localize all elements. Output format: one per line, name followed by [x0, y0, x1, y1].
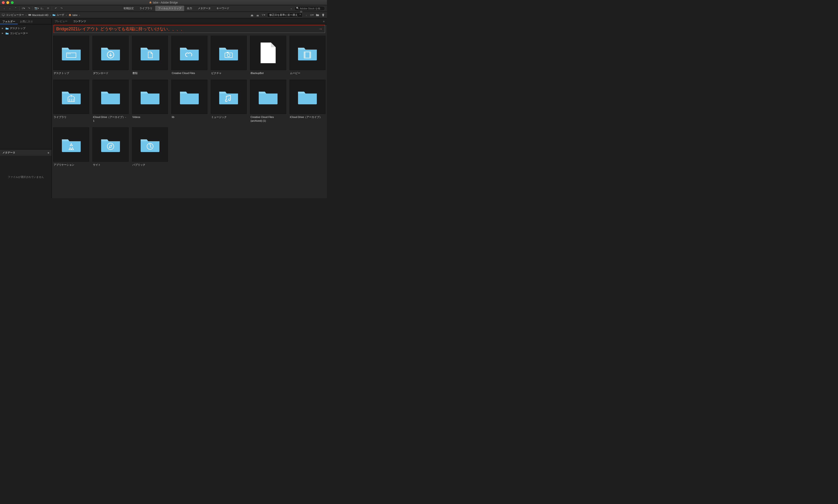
- panel-menu-icon[interactable]: ≡: [48, 151, 49, 154]
- grid-item[interactable]: Videos: [132, 80, 168, 123]
- grid-item[interactable]: lib: [171, 80, 207, 123]
- filter-rating2-button[interactable]: [256, 13, 260, 17]
- workspace-tabs: 初期設定ライブラリフィルムストリップ出力メタデータキーワード: [66, 6, 287, 11]
- sort-dropdown[interactable]: 修正日を基準に並べ替え: [267, 13, 303, 17]
- item-label: iBackupBot: [250, 70, 286, 75]
- svg-rect-2: [28, 14, 31, 16]
- nav-back-button[interactable]: ‹: [2, 6, 6, 11]
- grid-item[interactable]: Creative Cloud Files: [171, 36, 207, 75]
- nav-up-button[interactable]: ⌃: [13, 6, 18, 11]
- grid-item[interactable]: ミュージック: [211, 80, 247, 123]
- content-tab-1[interactable]: コンテンツ: [70, 18, 89, 24]
- sidebar: フォルダーお気に入り ▶デスクトップ▶コンピューター メタデータ ≡ ファイルが…: [0, 18, 52, 198]
- svg-point-4: [311, 15, 312, 15]
- folder-icon: [5, 32, 9, 35]
- workspace-tab-3[interactable]: 出力: [184, 6, 195, 11]
- new-folder-button[interactable]: [315, 13, 320, 17]
- close-window-button[interactable]: [2, 1, 5, 4]
- refresh-button[interactable]: ⟳: [46, 6, 50, 11]
- thumbnail: [53, 80, 89, 114]
- rotate-cw-button[interactable]: ↷: [59, 6, 64, 11]
- content-tabs: プレビューコンテンツ≡: [52, 18, 327, 24]
- disclosure-triangle-icon[interactable]: ▶: [2, 27, 4, 29]
- folder-tree: ▶デスクトップ▶コンピューター: [0, 24, 52, 149]
- workspace-tab-4[interactable]: メタデータ: [195, 6, 213, 11]
- home-icon: [149, 1, 152, 4]
- grid-item[interactable]: Creative Cloud Files (archived) (1): [250, 80, 286, 123]
- grid-item[interactable]: アプリケーション: [53, 127, 89, 167]
- metadata-panel-header[interactable]: メタデータ ≡: [0, 149, 52, 156]
- grid-item[interactable]: ピクチャ: [211, 36, 247, 75]
- folder-icon: [99, 87, 122, 106]
- sort-direction-button[interactable]: ↓: [304, 13, 308, 17]
- grid-item[interactable]: デスクトップ: [53, 36, 89, 75]
- workspace-tab-1[interactable]: ライブラリ: [137, 6, 155, 11]
- search-input[interactable]: Adobe Stock を検索: [294, 6, 325, 11]
- item-label: パブリック: [132, 162, 168, 167]
- path-segment[interactable]: tabe: [68, 14, 78, 16]
- disclosure-triangle-icon[interactable]: ▶: [2, 32, 4, 34]
- content-area: プレビューコンテンツ≡ Bridge2021レイアウト どうやっても右端に持って…: [52, 18, 327, 198]
- grid-item[interactable]: iBackupBot: [250, 36, 286, 75]
- svg-rect-0: [2, 14, 5, 16]
- item-label: ピクチャ: [211, 70, 247, 75]
- filter-rating-button[interactable]: [250, 13, 254, 17]
- path-segment[interactable]: Macintosh HD: [28, 14, 49, 16]
- batch-button[interactable]: ⎘▾: [40, 6, 45, 11]
- svg-rect-1: [3, 16, 4, 16]
- delete-button[interactable]: [321, 13, 325, 17]
- history-button[interactable]: ↺▾: [21, 6, 25, 11]
- thumbnail: [132, 80, 168, 114]
- workspace-tab-5[interactable]: キーワード: [213, 6, 232, 11]
- output-button[interactable]: ▾: [310, 13, 314, 17]
- rotate-ccw-button[interactable]: ↶: [53, 6, 58, 11]
- folder-icon: [138, 135, 162, 154]
- folder-icon: [217, 87, 240, 106]
- folder-icon: [99, 43, 122, 62]
- folder-icon: [59, 135, 83, 154]
- grid-item[interactable]: 書類: [132, 36, 168, 75]
- maximize-window-button[interactable]: [11, 1, 14, 4]
- grid-item[interactable]: iCloud Drive（アーカイブ）- 1: [92, 80, 129, 123]
- thumbnail: [92, 127, 129, 162]
- folder-icon: [256, 87, 280, 106]
- tree-item[interactable]: ▶コンピューター: [0, 31, 52, 36]
- window-controls: [2, 1, 14, 4]
- sidebar-tab-1[interactable]: お気に入り: [18, 18, 35, 24]
- thumbnail: [53, 127, 89, 162]
- chevron-right-icon: ›: [49, 14, 52, 16]
- titlebar: tabe - Adobe Bridge: [0, 0, 327, 5]
- item-label: lib: [171, 114, 207, 119]
- grid-item[interactable]: iCloud Drive（アーカイブ）: [290, 80, 325, 123]
- camera-import-button[interactable]: 📷▾: [34, 6, 39, 11]
- workspace-tab-2[interactable]: フィルムストリップ: [155, 6, 184, 11]
- folder-icon: [138, 43, 162, 62]
- path-segment[interactable]: ユーザ: [52, 13, 64, 17]
- path-bar: コンピューター›Macintosh HD›ユーザ›tabe› ▾ 修正日を基準に…: [0, 12, 327, 18]
- grid-item[interactable]: ムービー: [290, 36, 325, 75]
- thumbnail: [250, 36, 286, 70]
- folder-icon: [296, 43, 319, 62]
- content-panel-menu-icon[interactable]: ≡: [321, 20, 327, 23]
- sidebar-tab-0[interactable]: フォルダー: [0, 18, 18, 24]
- folder-icon: [296, 87, 319, 106]
- path-segment[interactable]: コンピューター: [2, 13, 24, 17]
- workspace-menu-button[interactable]: ⌄: [289, 6, 293, 11]
- item-label: ミュージック: [211, 114, 247, 119]
- workspace-tab-0[interactable]: 初期設定: [121, 6, 137, 11]
- grid-item[interactable]: サイト: [92, 127, 129, 167]
- thumbnail: [132, 36, 168, 70]
- grid-item[interactable]: パブリック: [132, 127, 168, 167]
- folder-icon: [217, 43, 240, 62]
- boomerang-button[interactable]: ↷: [27, 6, 31, 11]
- content-tab-0[interactable]: プレビュー: [52, 18, 70, 24]
- thumbnail: [92, 36, 129, 70]
- thumbnail: [92, 80, 129, 114]
- svg-point-6: [68, 54, 68, 54]
- nav-forward-button[interactable]: ›: [7, 6, 12, 11]
- minimize-window-button[interactable]: [6, 1, 9, 4]
- tree-item[interactable]: ▶デスクトップ: [0, 26, 52, 31]
- filter-funnel-button[interactable]: ▾: [261, 13, 265, 17]
- grid-item[interactable]: ライブラリ: [53, 80, 89, 123]
- grid-item[interactable]: ダウンロード: [92, 36, 129, 75]
